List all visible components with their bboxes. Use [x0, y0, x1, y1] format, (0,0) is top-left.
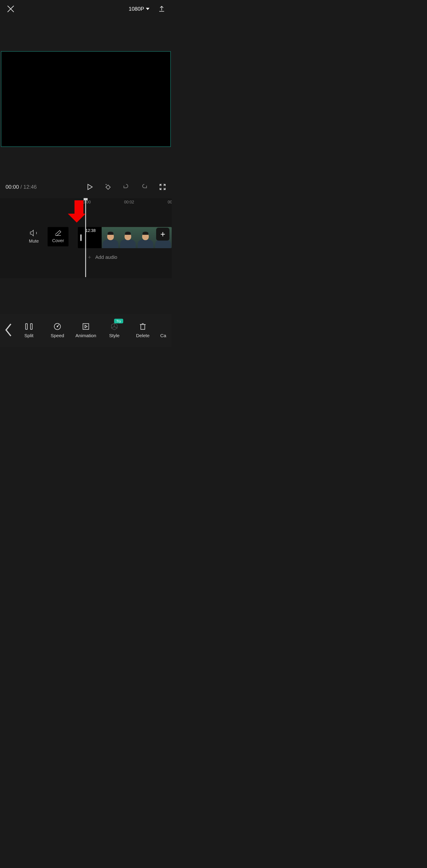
timeline[interactable]: 00:00 00:02 00 Mute Cover 12:38 + + Add … — [0, 198, 172, 278]
keyframe-button[interactable] — [104, 183, 111, 190]
svg-point-17 — [57, 326, 58, 327]
svg-marker-4 — [88, 184, 92, 190]
cover-button[interactable]: Cover — [47, 227, 68, 246]
plus-icon: + — [160, 230, 165, 238]
header-right: 1080P — [129, 6, 165, 12]
time-current: 00:00 — [6, 184, 19, 190]
clip-frame — [137, 227, 154, 248]
camera-tool-partial[interactable]: Ca — [159, 323, 167, 338]
header: 1080P — [0, 0, 172, 18]
camera-label-partial: Ca — [160, 333, 166, 338]
svg-rect-5 — [106, 185, 110, 189]
ruler-mark: 00:02 — [124, 200, 134, 205]
add-clip-button[interactable]: + — [156, 228, 169, 241]
clip-frame — [119, 227, 137, 248]
animation-label: Animation — [75, 333, 96, 338]
svg-marker-19 — [85, 325, 87, 328]
svg-marker-12 — [30, 230, 33, 236]
close-icon[interactable] — [7, 5, 15, 13]
clip-duration: 12:38 — [86, 228, 96, 233]
bottom-toolbar: Split Speed Animation Try Style Delete C… — [0, 314, 172, 347]
clip-frame — [102, 227, 119, 248]
delete-tool[interactable]: Delete — [131, 323, 155, 338]
svg-line-22 — [111, 327, 114, 328]
play-button[interactable] — [86, 183, 93, 190]
redo-button[interactable] — [141, 183, 148, 190]
add-audio-button[interactable]: + Add audio — [88, 254, 117, 260]
time-separator: / — [19, 184, 23, 190]
svg-rect-24 — [141, 324, 145, 330]
animation-tool[interactable]: Animation — [74, 323, 98, 338]
style-label: Style — [109, 333, 120, 338]
tutorial-arrow-icon — [72, 200, 86, 223]
svg-rect-18 — [83, 323, 89, 330]
back-button[interactable] — [4, 323, 12, 338]
ruler-mark: 00 — [168, 200, 172, 205]
add-audio-label: Add audio — [95, 254, 117, 260]
split-label: Split — [25, 333, 34, 338]
style-tool[interactable]: Try Style — [102, 323, 126, 338]
undo-button[interactable] — [123, 183, 130, 190]
speed-label: Speed — [51, 333, 64, 338]
cover-label: Cover — [52, 238, 64, 243]
fullscreen-button[interactable] — [159, 183, 166, 190]
mute-button[interactable]: Mute — [29, 230, 39, 244]
clip-handle-left[interactable] — [78, 227, 84, 248]
plus-icon: + — [88, 254, 91, 260]
speed-tool[interactable]: Speed — [45, 323, 69, 338]
chevron-down-icon — [146, 8, 150, 10]
try-badge: Try — [114, 319, 123, 323]
svg-line-23 — [114, 327, 117, 328]
video-preview[interactable] — [1, 51, 171, 147]
mute-label: Mute — [29, 239, 39, 244]
time-display: 00:00 / 12:46 — [6, 184, 75, 190]
resolution-selector[interactable]: 1080P — [129, 6, 150, 12]
playback-bar: 00:00 / 12:46 — [0, 178, 172, 196]
track-controls: Mute Cover — [29, 227, 68, 246]
resolution-label: 1080P — [129, 6, 144, 12]
time-total: 12:46 — [23, 184, 37, 190]
delete-label: Delete — [136, 333, 150, 338]
export-icon[interactable] — [158, 6, 165, 12]
split-tool[interactable]: Split — [17, 323, 41, 338]
